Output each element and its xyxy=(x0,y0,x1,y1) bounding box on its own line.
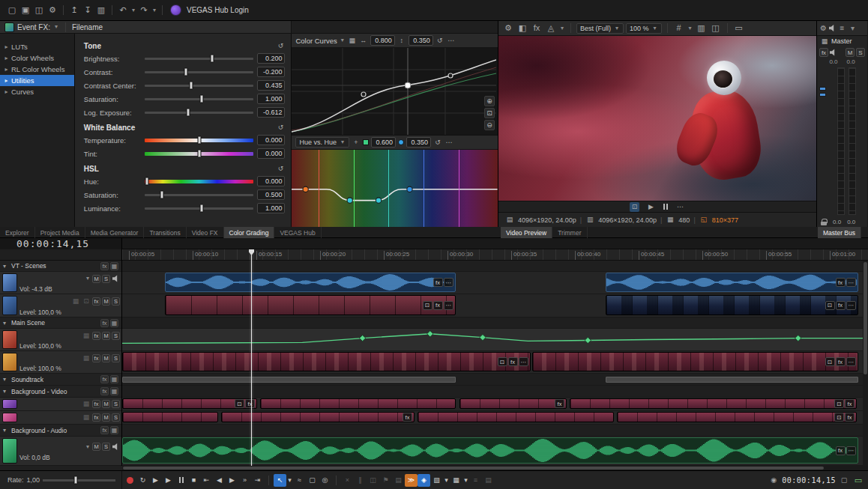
event-fx-button[interactable]: fx xyxy=(245,399,255,408)
pause-button[interactable] xyxy=(175,474,187,487)
event-fx-button[interactable]: fx xyxy=(836,301,846,310)
volume-envelope[interactable] xyxy=(122,329,868,350)
preview-split-quality-icon[interactable]: ⊡ xyxy=(630,202,639,212)
envelope-edit-tool-button[interactable]: ≈ xyxy=(293,474,306,487)
tab-trimmer[interactable]: Trimmer xyxy=(552,227,587,238)
curves-mode-caret-icon[interactable]: ▾ xyxy=(340,34,346,46)
hue-y-value[interactable]: 0.350 xyxy=(406,137,431,148)
saturation-slider[interactable] xyxy=(145,98,254,100)
clear-selection-button[interactable]: × xyxy=(341,474,354,487)
video-preview-display[interactable] xyxy=(498,36,816,201)
rate-value[interactable]: 1,00 xyxy=(27,476,40,484)
track-caret-icon[interactable]: ▾ xyxy=(85,441,91,453)
save-project-icon[interactable]: ◫ xyxy=(33,4,45,16)
hue-mode-dropdown[interactable]: Hue vs. Hue▾ xyxy=(295,137,349,148)
curve-y-value[interactable]: 0.350 xyxy=(409,35,433,46)
track-caret-icon[interactable]: ▾ xyxy=(85,273,91,285)
mute-button[interactable]: M xyxy=(92,275,100,283)
video-event[interactable]: fx xyxy=(221,412,415,422)
group-bus-icon[interactable]: ▦ xyxy=(110,262,118,270)
track-header-vt-audio[interactable]: ▾ M S Vol:-4.3 dB xyxy=(0,272,121,294)
grid-overlay-icon[interactable]: # xyxy=(673,22,685,34)
fx-nav-curves[interactable]: ▸Curves xyxy=(0,86,74,97)
lock-envelopes-button[interactable]: ◈ xyxy=(418,474,430,487)
quantize-frames-button[interactable]: ◫ xyxy=(367,474,379,487)
copy-frame-icon[interactable]: ▥ xyxy=(696,22,708,34)
selection-edit-tool-button[interactable]: ▢ xyxy=(306,474,319,487)
contrast-center-value[interactable]: 0.435 xyxy=(257,80,285,91)
fader-handle[interactable] xyxy=(819,87,826,91)
hub-login-button[interactable]: VEGAS Hub Login xyxy=(187,6,249,14)
color-curve-editor[interactable]: ⊕ ⊡ ⊖ xyxy=(292,48,498,136)
tint-slider[interactable] xyxy=(145,152,254,156)
redo-icon[interactable]: ↷ xyxy=(138,4,150,16)
video-event[interactable]: fx xyxy=(459,398,567,409)
video-event[interactable]: ⊡fx⋯ xyxy=(122,352,531,371)
fast-forward-button[interactable]: » xyxy=(238,474,251,487)
event-fx-button[interactable]: fx xyxy=(403,413,412,422)
track-param-value[interactable]: -4.3 dB xyxy=(31,285,52,293)
track-tools-button[interactable]: ▧ xyxy=(430,474,443,487)
video-event[interactable]: ⊡fx xyxy=(617,412,857,422)
snap-toggle-button[interactable]: ∥ xyxy=(354,474,367,487)
upload-icon[interactable]: ↥ xyxy=(68,4,80,16)
event-more-button[interactable]: ⋯ xyxy=(846,301,857,310)
group-bus-icon[interactable]: ▦ xyxy=(110,426,118,434)
reset-icon[interactable]: ↺ xyxy=(276,163,285,174)
next-frame-button[interactable]: ▶ xyxy=(226,474,238,487)
track-param-value[interactable]: 0,0 dB xyxy=(31,454,50,461)
preview-play-icon[interactable]: ▶ xyxy=(646,202,656,212)
normal-edit-tool-button[interactable]: ↖ xyxy=(274,474,286,487)
external-monitor-toggle-icon[interactable]: ▭ xyxy=(852,474,864,486)
hue-value[interactable]: 0.000 xyxy=(257,176,285,186)
cursor-position-timecode[interactable]: 00:00:14,15 xyxy=(782,476,836,485)
master-mute-button[interactable]: M xyxy=(846,48,855,57)
time-ruler[interactable]: 00:00:05 00:00:10 00:00:15 00:00:20 00:0… xyxy=(122,249,868,261)
go-to-start-button[interactable]: ⇤ xyxy=(200,474,213,487)
event-fx-button[interactable]: fx xyxy=(836,446,846,455)
master-gear-icon[interactable]: ⚙ xyxy=(819,22,828,34)
mask-caret-icon[interactable]: ▾ xyxy=(559,22,565,34)
lock-icon[interactable] xyxy=(821,219,827,225)
group-bus-icon[interactable]: ▦ xyxy=(110,375,118,383)
compositing-icon[interactable]: ▦ xyxy=(82,412,91,424)
contrast-value[interactable]: -0.200 xyxy=(257,67,285,77)
solo-button[interactable]: S xyxy=(112,297,120,306)
track-param-value[interactable]: 100,0 % xyxy=(38,342,61,350)
tab-vegas-hub[interactable]: VEGAS Hub xyxy=(274,227,321,238)
timeline-timecode-display[interactable]: 00:00:14,15 xyxy=(0,238,122,249)
track-header-main-video-1[interactable]: ▦ fx M S Level:100,0 % xyxy=(0,329,121,351)
group-fx-icon[interactable]: fx xyxy=(100,375,109,383)
event-fx-button[interactable]: fx xyxy=(508,357,518,366)
event-crop-button[interactable]: ⊡ xyxy=(235,399,244,408)
loop-playback-button[interactable]: ↻ xyxy=(136,474,149,487)
mixer-icon[interactable]: ≡ xyxy=(837,22,847,34)
track-group-main-scene[interactable]: ▾ Main Scene fx▦ xyxy=(0,318,121,329)
brightness-value[interactable]: 0.200 xyxy=(257,53,285,64)
curve-zoom-in-button[interactable]: ⊕ xyxy=(484,96,495,106)
hue-more-icon[interactable]: ⋯ xyxy=(444,136,453,148)
track-fx-button[interactable]: fx xyxy=(92,297,100,306)
loop-region-icon[interactable]: ▢ xyxy=(840,474,849,486)
event-more-button[interactable]: ⋯ xyxy=(444,278,454,287)
master-collapse-icon[interactable]: ▦ xyxy=(820,35,829,47)
audio-event[interactable]: fx⋯ xyxy=(606,273,858,292)
track-param-value[interactable]: 100,0 % xyxy=(38,309,61,316)
mute-button[interactable]: M xyxy=(102,354,110,362)
project-properties-icon[interactable]: ⚙ xyxy=(46,4,58,16)
event-more-button[interactable]: ⋯ xyxy=(846,446,857,455)
tab-transitions[interactable]: Transitions xyxy=(144,227,186,238)
event-crop-button[interactable]: ⊡ xyxy=(423,301,433,310)
vegas-hub-logo-icon[interactable] xyxy=(170,4,181,16)
tab-project-media[interactable]: Project Media xyxy=(35,227,85,238)
tab-media-generator[interactable]: Media Generator xyxy=(85,227,145,238)
track-motion-icon[interactable]: ⊡ xyxy=(82,296,91,308)
mask-icon[interactable]: ◬ xyxy=(545,22,557,34)
event-crop-button[interactable]: ⊡ xyxy=(834,413,844,422)
solo-button[interactable]: S xyxy=(112,413,120,422)
hsl-saturation-value[interactable]: 0.500 xyxy=(257,189,285,200)
video-event[interactable] xyxy=(260,398,456,409)
mixer-view-button[interactable]: ≡ xyxy=(469,474,482,487)
event-more-button[interactable]: ⋯ xyxy=(444,301,454,310)
speaker-icon[interactable] xyxy=(112,443,120,451)
